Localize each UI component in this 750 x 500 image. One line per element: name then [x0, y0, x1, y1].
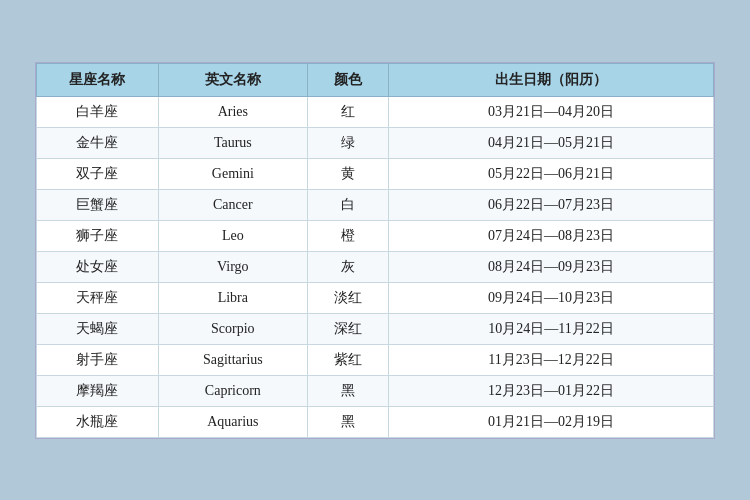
- cell-color: 淡红: [307, 282, 388, 313]
- cell-color: 橙: [307, 220, 388, 251]
- zodiac-table: 星座名称 英文名称 颜色 出生日期（阳历） 白羊座Aries红03月21日—04…: [36, 63, 714, 438]
- cell-chinese: 射手座: [37, 344, 159, 375]
- table-header-row: 星座名称 英文名称 颜色 出生日期（阳历）: [37, 63, 714, 96]
- cell-color: 绿: [307, 127, 388, 158]
- cell-color: 红: [307, 96, 388, 127]
- cell-color: 白: [307, 189, 388, 220]
- cell-date: 03月21日—04月20日: [389, 96, 714, 127]
- cell-chinese: 双子座: [37, 158, 159, 189]
- header-chinese: 星座名称: [37, 63, 159, 96]
- cell-english: Sagittarius: [158, 344, 307, 375]
- cell-chinese: 摩羯座: [37, 375, 159, 406]
- table-row: 天秤座Libra淡红09月24日—10月23日: [37, 282, 714, 313]
- cell-color: 黑: [307, 406, 388, 437]
- header-date: 出生日期（阳历）: [389, 63, 714, 96]
- table-row: 巨蟹座Cancer白06月22日—07月23日: [37, 189, 714, 220]
- cell-english: Leo: [158, 220, 307, 251]
- cell-color: 黑: [307, 375, 388, 406]
- table-row: 双子座Gemini黄05月22日—06月21日: [37, 158, 714, 189]
- cell-date: 11月23日—12月22日: [389, 344, 714, 375]
- header-color: 颜色: [307, 63, 388, 96]
- cell-chinese: 处女座: [37, 251, 159, 282]
- cell-chinese: 狮子座: [37, 220, 159, 251]
- cell-color: 灰: [307, 251, 388, 282]
- cell-chinese: 天秤座: [37, 282, 159, 313]
- cell-date: 01月21日—02月19日: [389, 406, 714, 437]
- cell-chinese: 白羊座: [37, 96, 159, 127]
- cell-english: Libra: [158, 282, 307, 313]
- cell-date: 06月22日—07月23日: [389, 189, 714, 220]
- cell-date: 04月21日—05月21日: [389, 127, 714, 158]
- cell-color: 深红: [307, 313, 388, 344]
- cell-english: Scorpio: [158, 313, 307, 344]
- cell-english: Aquarius: [158, 406, 307, 437]
- cell-chinese: 水瓶座: [37, 406, 159, 437]
- table-row: 处女座Virgo灰08月24日—09月23日: [37, 251, 714, 282]
- cell-color: 黄: [307, 158, 388, 189]
- cell-chinese: 巨蟹座: [37, 189, 159, 220]
- cell-english: Cancer: [158, 189, 307, 220]
- table-row: 白羊座Aries红03月21日—04月20日: [37, 96, 714, 127]
- table-row: 狮子座Leo橙07月24日—08月23日: [37, 220, 714, 251]
- cell-chinese: 天蝎座: [37, 313, 159, 344]
- header-english: 英文名称: [158, 63, 307, 96]
- table-row: 天蝎座Scorpio深红10月24日—11月22日: [37, 313, 714, 344]
- cell-color: 紫红: [307, 344, 388, 375]
- cell-english: Gemini: [158, 158, 307, 189]
- table-row: 水瓶座Aquarius黑01月21日—02月19日: [37, 406, 714, 437]
- zodiac-table-container: 星座名称 英文名称 颜色 出生日期（阳历） 白羊座Aries红03月21日—04…: [35, 62, 715, 439]
- cell-english: Taurus: [158, 127, 307, 158]
- cell-chinese: 金牛座: [37, 127, 159, 158]
- cell-date: 08月24日—09月23日: [389, 251, 714, 282]
- table-row: 射手座Sagittarius紫红11月23日—12月22日: [37, 344, 714, 375]
- table-row: 金牛座Taurus绿04月21日—05月21日: [37, 127, 714, 158]
- cell-english: Capricorn: [158, 375, 307, 406]
- cell-date: 12月23日—01月22日: [389, 375, 714, 406]
- table-body: 白羊座Aries红03月21日—04月20日金牛座Taurus绿04月21日—0…: [37, 96, 714, 437]
- table-row: 摩羯座Capricorn黑12月23日—01月22日: [37, 375, 714, 406]
- cell-date: 07月24日—08月23日: [389, 220, 714, 251]
- cell-date: 05月22日—06月21日: [389, 158, 714, 189]
- cell-english: Virgo: [158, 251, 307, 282]
- cell-date: 09月24日—10月23日: [389, 282, 714, 313]
- cell-date: 10月24日—11月22日: [389, 313, 714, 344]
- cell-english: Aries: [158, 96, 307, 127]
